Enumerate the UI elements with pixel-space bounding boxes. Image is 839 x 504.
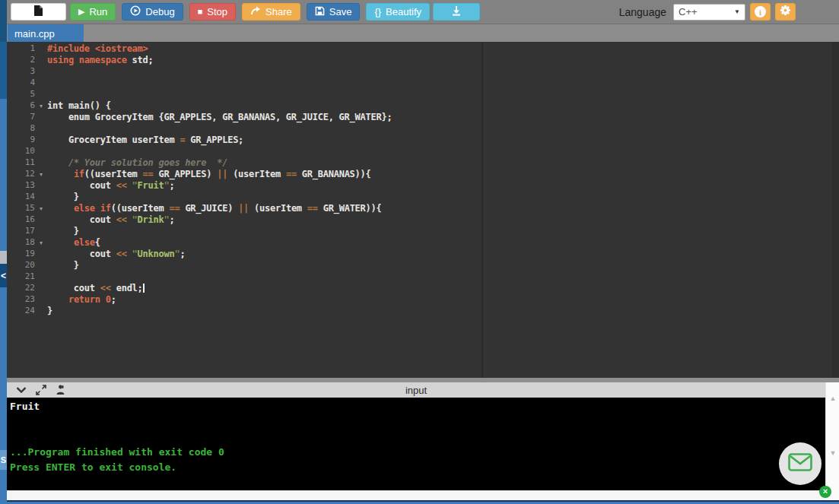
- code-line[interactable]: 22 cout << endl;: [7, 283, 831, 294]
- fold-arrow-icon: [35, 89, 47, 100]
- share-icon: [250, 6, 261, 17]
- braces-icon: {}: [374, 6, 381, 17]
- code-text: if((userItem == GR_APPLES) || (userItem …: [47, 169, 371, 180]
- fold-arrow-icon: [35, 226, 47, 237]
- tab-main-cpp[interactable]: main.cpp: [8, 24, 84, 43]
- code-line[interactable]: 14 }: [7, 192, 831, 203]
- code-text: else if((userItem == GR_JUICE) || (userI…: [47, 203, 381, 214]
- line-number: 23: [7, 294, 35, 306]
- fold-arrow-icon: [35, 146, 47, 157]
- code-line[interactable]: 15▾ else if((userItem == GR_JUICE) || (u…: [7, 203, 831, 214]
- console-output[interactable]: Fruit ...Program finished with exit code…: [7, 398, 825, 490]
- code-line[interactable]: 17 }: [7, 226, 831, 237]
- code-line[interactable]: 16 cout << "Drink";: [7, 214, 831, 226]
- save-button[interactable]: Save: [307, 3, 361, 21]
- code-text: using namespace std;: [47, 55, 154, 66]
- run-button[interactable]: ▶ Run: [70, 3, 116, 21]
- code-line[interactable]: 8: [7, 123, 831, 135]
- share-button[interactable]: Share: [242, 3, 300, 21]
- line-number: 14: [7, 192, 35, 203]
- play-icon: ▶: [78, 8, 84, 16]
- code-editor[interactable]: 1#include <iostream>2using namespace std…: [7, 42, 839, 378]
- code-text: else{: [47, 237, 100, 249]
- sidebar-tab-label-fragment[interactable]: S: [0, 450, 7, 470]
- line-number: 19: [7, 249, 35, 260]
- language-select[interactable]: C++ ▼: [673, 4, 745, 21]
- scroll-down-icon[interactable]: ▼: [826, 449, 839, 457]
- editor-scrollbar-track[interactable]: [832, 42, 839, 378]
- code-line[interactable]: 12▾ if((userItem == GR_APPLES) || (userI…: [7, 169, 831, 180]
- toolbar: ▶ Run Debug ■ Stop Share Save {}: [7, 0, 839, 24]
- language-selected-value: C++: [679, 6, 698, 17]
- code-text: }: [47, 306, 52, 317]
- chat-widget-button[interactable]: [779, 442, 822, 485]
- code-line[interactable]: 5: [7, 89, 831, 100]
- line-number: 8: [7, 123, 35, 135]
- scroll-up-icon[interactable]: ▲: [826, 395, 839, 402]
- fold-arrow-icon: [35, 180, 47, 192]
- stop-button[interactable]: ■ Stop: [189, 3, 236, 21]
- code-line[interactable]: 13 cout << "Fruit";: [7, 180, 831, 192]
- fold-arrow-icon[interactable]: ▾: [35, 100, 47, 112]
- console-line: [10, 431, 825, 446]
- code-text: enum GroceryItem {GR_APPLES, GR_BANANAS,…: [47, 112, 392, 123]
- fold-arrow-icon: [35, 157, 47, 169]
- line-number: 24: [7, 306, 35, 317]
- console-line: Press ENTER to exit console.: [10, 461, 825, 477]
- line-number: 3: [7, 66, 35, 78]
- code-text: cout << "Fruit";: [47, 180, 174, 192]
- line-number: 17: [7, 226, 35, 237]
- line-number: 21: [7, 271, 35, 283]
- sidebar-collapse-toggle[interactable]: <: [0, 264, 7, 287]
- info-button[interactable]: i: [750, 3, 771, 21]
- code-line[interactable]: 18▾ else{: [7, 237, 831, 249]
- tab-label: main.cpp: [14, 28, 55, 40]
- code-line[interactable]: 11 /* Your solution goes here */: [7, 157, 831, 169]
- console-hscrollbar[interactable]: [7, 490, 825, 500]
- download-button[interactable]: [433, 3, 480, 21]
- fold-arrow-icon[interactable]: ▾: [35, 169, 47, 180]
- fold-arrow-icon[interactable]: ▾: [35, 237, 47, 249]
- fold-arrow-icon: [35, 306, 47, 317]
- code-line[interactable]: 1#include <iostream>: [7, 43, 831, 55]
- line-number: 10: [7, 146, 35, 157]
- info-icon: i: [755, 6, 766, 17]
- code-line[interactable]: 23 return 0;: [7, 294, 831, 306]
- line-number: 15: [7, 203, 35, 214]
- code-line[interactable]: 21: [7, 271, 831, 283]
- close-icon: ×: [823, 487, 828, 496]
- code-text: cout << endl;: [47, 283, 145, 294]
- code-line[interactable]: 9 GroceryItem userItem = GR_APPLES;: [7, 135, 831, 146]
- fold-arrow-icon: [35, 192, 47, 203]
- fold-arrow-icon[interactable]: ▾: [35, 203, 47, 214]
- code-line[interactable]: 4: [7, 78, 831, 89]
- code-line[interactable]: 6▾int main() {: [7, 100, 831, 112]
- debug-button[interactable]: Debug: [122, 3, 183, 21]
- fold-arrow-icon: [35, 66, 47, 78]
- line-number: 5: [7, 89, 35, 100]
- chat-close-badge[interactable]: ×: [819, 486, 831, 498]
- line-number: 4: [7, 78, 35, 89]
- code-line[interactable]: 10: [7, 146, 831, 157]
- settings-button[interactable]: [775, 3, 796, 21]
- select-caret-icon: ▼: [734, 8, 740, 15]
- new-file-button[interactable]: [11, 3, 66, 21]
- line-number: 16: [7, 214, 35, 226]
- code-line[interactable]: 7 enum GroceryItem {GR_APPLES, GR_BANANA…: [7, 112, 831, 123]
- console-title: input: [7, 385, 825, 396]
- code-line[interactable]: 24}: [7, 306, 831, 317]
- left-strip-segment: [0, 251, 7, 264]
- code-line[interactable]: 3: [7, 66, 831, 78]
- line-number: 11: [7, 157, 35, 169]
- tab-bar: main.cpp: [7, 24, 839, 42]
- code-text: int main() {: [47, 100, 111, 112]
- code-text: return 0;: [47, 294, 116, 306]
- code-line[interactable]: 2using namespace std;: [7, 55, 831, 66]
- code-text: /* Your solution goes here */: [47, 157, 227, 169]
- code-line[interactable]: 19 cout << "Unknown";: [7, 249, 831, 260]
- line-number: 18: [7, 237, 35, 249]
- bottom-border-bar: [0, 500, 839, 504]
- code-line[interactable]: 20 }: [7, 260, 831, 271]
- line-number: 22: [7, 283, 35, 294]
- beautify-button[interactable]: {} Beautify: [366, 3, 430, 21]
